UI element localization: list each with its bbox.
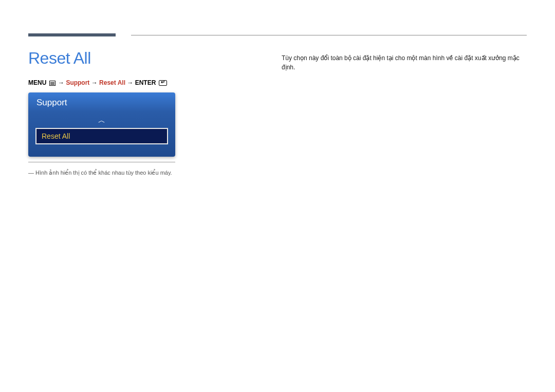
osd-header: Support [28, 92, 175, 112]
description-text: Tùy chọn này đổi toàn bộ cài đặt hiện tạ… [282, 53, 522, 72]
chevron-up-icon[interactable]: ︿ [35, 115, 168, 128]
footnote: ― Hình ảnh hiển thị có thể khác nhau tùy… [28, 170, 172, 176]
osd-item-reset-all[interactable]: Reset All [35, 128, 168, 144]
breadcrumb: MENU → Support → Reset All → ENTER [28, 79, 168, 86]
tab-indicator [28, 33, 116, 36]
breadcrumb-support: Support [66, 79, 89, 86]
osd-body: ︿ Reset All [28, 112, 175, 157]
enter-icon [159, 80, 167, 86]
page-title: Reset All [28, 49, 91, 68]
breadcrumb-arrow: → [127, 79, 135, 86]
menu-icon [49, 81, 55, 86]
panel-divider [28, 162, 175, 162]
header-divider [131, 35, 527, 35]
breadcrumb-arrow: → [91, 79, 99, 86]
breadcrumb-reset-all: Reset All [99, 79, 125, 86]
breadcrumb-arrow: → [58, 79, 66, 86]
breadcrumb-enter: ENTER [135, 79, 156, 86]
osd-panel: Support ︿ Reset All [28, 92, 175, 157]
breadcrumb-menu: MENU [28, 79, 46, 86]
